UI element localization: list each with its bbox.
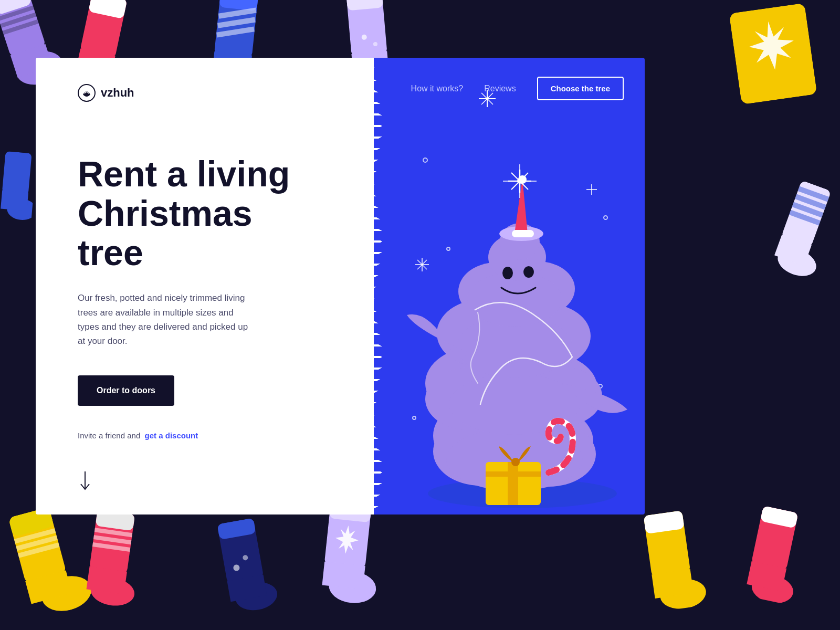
svg-rect-14 [217, 17, 256, 28]
svg-rect-38 [94, 528, 132, 537]
scroll-down-icon [78, 471, 92, 492]
zigzag-border [361, 58, 373, 514]
svg-point-27 [6, 198, 37, 222]
svg-point-23 [373, 42, 378, 47]
svg-rect-63 [798, 186, 830, 202]
sock-bottom-center-dark [208, 515, 286, 616]
logo-area: vzhuh [78, 84, 319, 102]
svg-rect-26 [2, 151, 32, 195]
svg-rect-61 [747, 561, 786, 592]
scroll-arrow[interactable] [78, 471, 319, 496]
svg-rect-15 [216, 26, 255, 37]
svg-rect-0 [0, 0, 46, 58]
svg-rect-19 [346, 0, 383, 10]
svg-point-105 [523, 266, 534, 278]
tree-illustration [373, 100, 645, 514]
svg-rect-29 [8, 507, 67, 584]
svg-rect-2 [0, 5, 34, 20]
svg-rect-103 [512, 230, 534, 237]
svg-rect-32 [16, 536, 58, 551]
svg-point-104 [502, 267, 513, 279]
order-button[interactable]: Order to doors [78, 375, 174, 406]
sock-bottom-left-yellow [0, 501, 96, 622]
christmas-tree-svg [386, 126, 645, 514]
svg-marker-51 [334, 524, 360, 555]
svg-rect-44 [217, 518, 256, 540]
svg-point-118 [517, 178, 522, 184]
nav-how-it-works[interactable]: How it works? [411, 84, 464, 93]
hero-content: Rent a living Christmas tree Our fresh, … [78, 154, 319, 440]
svg-rect-40 [92, 542, 130, 552]
svg-rect-57 [652, 569, 694, 598]
svg-rect-48 [227, 575, 267, 602]
svg-marker-25 [746, 18, 797, 73]
hero-description: Our fresh, potted and nicely trimmed liv… [78, 291, 256, 348]
right-nav: How it works? Reviews Choose the tree [411, 77, 624, 100]
svg-rect-66 [789, 210, 821, 226]
svg-rect-7 [80, 0, 127, 58]
svg-point-109 [511, 458, 520, 466]
svg-rect-55 [644, 510, 685, 534]
svg-rect-4 [3, 19, 39, 35]
nav-reviews[interactable]: Reviews [484, 84, 516, 93]
svg-point-22 [361, 34, 367, 40]
svg-rect-53 [322, 562, 365, 590]
left-panel: vzhuh Rent a living Christmas tree Our f… [36, 58, 361, 514]
svg-rect-54 [644, 510, 691, 577]
svg-rect-42 [87, 566, 127, 595]
sock-bottom-purple-star [310, 500, 393, 607]
yellow-card-top-right [729, 3, 817, 104]
logo-icon [78, 84, 96, 102]
svg-rect-64 [795, 194, 826, 210]
svg-rect-24 [729, 3, 817, 104]
svg-rect-36 [89, 509, 135, 574]
svg-rect-13 [218, 8, 257, 19]
svg-rect-59 [760, 506, 799, 528]
svg-rect-65 [792, 202, 824, 218]
svg-point-52 [327, 569, 377, 605]
svg-rect-43 [217, 518, 264, 583]
svg-rect-1 [0, 0, 33, 15]
sock-bottom-right-pink [737, 504, 815, 606]
main-card: vzhuh Rent a living Christmas tree Our f… [36, 58, 645, 514]
svg-point-34 [38, 571, 95, 616]
svg-point-67 [774, 244, 820, 281]
svg-point-91 [449, 374, 580, 435]
svg-point-45 [233, 564, 240, 572]
svg-rect-11 [214, 0, 259, 58]
svg-point-47 [233, 579, 279, 613]
nav-choose-tree-button[interactable]: Choose the tree [537, 77, 624, 100]
sock-bottom-pink-stripe [75, 508, 153, 611]
svg-point-46 [243, 554, 249, 561]
svg-rect-39 [93, 535, 131, 544]
svg-rect-31 [14, 528, 56, 543]
sock-left-blue [0, 151, 37, 222]
svg-point-41 [89, 575, 136, 608]
svg-rect-8 [88, 0, 127, 19]
svg-rect-35 [25, 570, 72, 604]
svg-rect-68 [774, 235, 812, 266]
invite-text: Invite a friend and get a discount [78, 431, 319, 440]
right-panel: How it works? Reviews Choose the tree [373, 58, 645, 514]
svg-point-56 [658, 576, 708, 612]
svg-rect-108 [508, 462, 518, 505]
svg-rect-18 [346, 0, 387, 57]
hero-title: Rent a living Christmas tree [78, 154, 319, 272]
invite-discount-link[interactable]: get a discount [145, 431, 198, 440]
svg-rect-3 [0, 13, 36, 28]
logo-text: vzhuh [101, 86, 134, 100]
svg-rect-58 [751, 506, 799, 571]
svg-rect-62 [781, 180, 832, 248]
sock-right-stripe [763, 177, 840, 282]
svg-rect-12 [219, 0, 258, 11]
svg-rect-28 [1, 191, 28, 211]
svg-rect-33 [18, 542, 60, 558]
svg-point-60 [749, 571, 796, 606]
sock-bottom-right-yellow [634, 508, 715, 613]
